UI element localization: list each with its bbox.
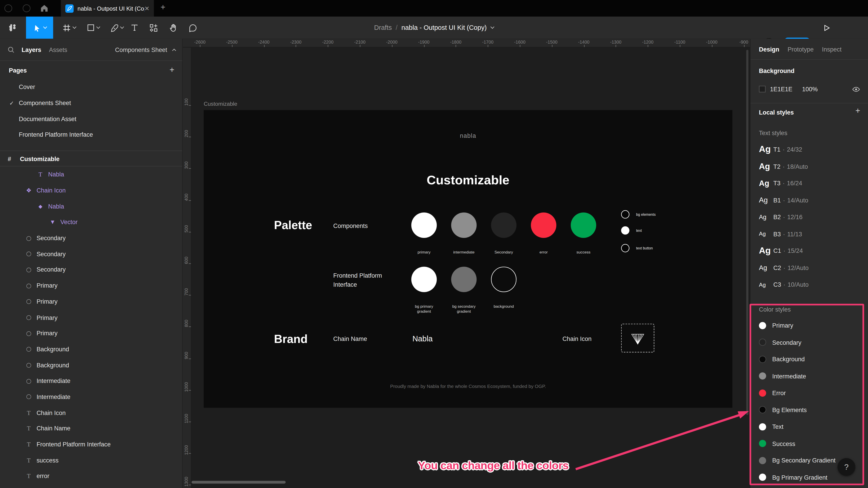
move-tool-button[interactable] [26, 17, 53, 39]
frame-label[interactable]: Customizable [204, 101, 237, 107]
layer-row[interactable]: ○Primary [0, 278, 182, 293]
color-style-row[interactable]: Secondary [751, 334, 868, 351]
palette-circle[interactable] [451, 267, 477, 292]
layer-row[interactable]: ❖Chain Icon [0, 182, 182, 198]
tab-layers[interactable]: Layers [22, 46, 41, 53]
text-tool-button[interactable] [126, 17, 143, 39]
color-style-row[interactable]: Bg Elements [751, 401, 868, 418]
color-style-row[interactable]: Success [751, 435, 868, 452]
tab-prototype[interactable]: Prototype [787, 46, 813, 52]
text-style-row[interactable]: AgT2·18/Auto [751, 158, 868, 175]
chevron-down-icon[interactable] [491, 25, 494, 29]
chevron-down-icon[interactable] [43, 25, 47, 29]
frame-section-row[interactable]: # Customizable [0, 151, 182, 166]
home-icon[interactable] [40, 4, 49, 13]
components-label[interactable]: Components [333, 222, 368, 229]
layer-row[interactable]: ○Intermediate [0, 373, 182, 389]
customizable-frame[interactable]: nabla Customizable Palette Components pr… [204, 110, 733, 408]
palette-swatch-item[interactable]: primary [411, 213, 437, 255]
layer-row[interactable]: Tsuccess [0, 452, 182, 468]
file-tab[interactable]: nabla - Outpost UI Kit (Copy) ✕ [61, 0, 154, 17]
palette-mini-circle[interactable] [621, 244, 629, 252]
palette-circle[interactable] [571, 213, 596, 238]
palette-mini-circle[interactable] [621, 226, 629, 235]
layer-row[interactable]: ▼Vector [0, 214, 182, 230]
palette-mini-item[interactable]: text button [621, 244, 653, 252]
close-icon[interactable]: ✕ [145, 5, 150, 12]
frame-title[interactable]: Customizable [204, 173, 733, 188]
color-style-row[interactable]: Primary [751, 317, 868, 334]
text-style-row[interactable]: AgB2·12/16 [751, 208, 868, 225]
text-style-row[interactable]: AgC1·15/24 [751, 242, 868, 259]
background-color-swatch[interactable] [759, 86, 766, 92]
palette-mini-item[interactable]: bg elements [621, 210, 656, 219]
frame-footer-text[interactable]: Proudly made by Nabla for the whole Cosm… [204, 383, 733, 389]
layer-row[interactable]: ○Background [0, 357, 182, 373]
nabla-logo[interactable]: nabla [204, 132, 733, 139]
new-tab-icon[interactable]: + [160, 2, 165, 12]
text-style-row[interactable]: AgT3·16/24 [751, 175, 868, 192]
figma-menu-icon[interactable] [5, 17, 20, 39]
color-style-row[interactable]: Error [751, 385, 868, 401]
shape-tool-button[interactable] [81, 17, 105, 39]
page-item[interactable]: ✓Components Sheet [0, 95, 182, 111]
page-item[interactable]: Frontend Platform Interface [0, 127, 182, 142]
layer-row[interactable]: ○Primary [0, 309, 182, 325]
chain-icon-label[interactable]: Chain Icon [562, 335, 592, 342]
palette-swatch-item[interactable]: Secondary [491, 213, 517, 255]
chain-name-value[interactable]: Nabla [412, 334, 433, 343]
tab-design[interactable]: Design [759, 46, 779, 52]
frame-tool-button[interactable] [58, 17, 81, 39]
text-style-row[interactable]: AgC3·10/Auto [751, 276, 868, 293]
palette-swatch-item[interactable]: intermediate [451, 213, 477, 255]
chevron-down-icon[interactable] [120, 25, 124, 29]
chevron-down-icon[interactable] [96, 25, 100, 29]
fpi-label[interactable]: Frontend Platform Interface [333, 271, 394, 289]
layer-row[interactable]: TChain Icon [0, 404, 182, 420]
palette-circle[interactable] [451, 213, 477, 238]
palette-swatch-item[interactable]: background [491, 267, 517, 314]
breadcrumb-drafts[interactable]: Drafts [374, 24, 392, 31]
page-item[interactable]: Documentation Asset [0, 111, 182, 127]
background-color-row[interactable]: 1E1E1E 100% [759, 82, 860, 96]
layer-row[interactable]: ○Primary [0, 293, 182, 309]
palette-circle[interactable] [531, 213, 557, 238]
chain-icon-dropzone[interactable] [621, 324, 654, 352]
help-button[interactable]: ? [837, 458, 855, 476]
present-button[interactable] [819, 17, 834, 39]
layer-row[interactable]: ○Secondary [0, 246, 182, 262]
layer-row[interactable]: ○Background [0, 341, 182, 357]
layer-row[interactable]: ○Secondary [0, 230, 182, 246]
background-hex-value[interactable]: 1E1E1E [770, 86, 802, 92]
color-style-row[interactable]: Text [751, 418, 868, 435]
palette-swatch-item[interactable]: bg secondary gradient [451, 267, 477, 314]
palette-swatch-item[interactable]: bg primary gradient [411, 267, 437, 314]
vertical-scrollbar[interactable] [746, 50, 748, 415]
color-style-row[interactable]: Intermediate [751, 367, 868, 385]
palette-mini-item[interactable]: text [621, 226, 642, 235]
comment-tool-button[interactable] [183, 17, 202, 39]
layer-row[interactable]: ○Secondary [0, 262, 182, 278]
layer-row[interactable]: ○Intermediate [0, 389, 182, 404]
visibility-eye-icon[interactable] [852, 85, 860, 93]
palette-circle[interactable] [411, 267, 437, 292]
hand-tool-button[interactable] [164, 17, 183, 39]
page-selector[interactable]: Components Sheet [115, 39, 176, 61]
canvas[interactable]: -2600-2500-2400-2300-2200-2100-2000-1900… [183, 39, 750, 488]
tab-inspect[interactable]: Inspect [822, 46, 842, 52]
palette-circle[interactable] [411, 213, 437, 238]
palette-circle[interactable] [491, 267, 517, 292]
text-style-row[interactable]: AgC2·12/Auto [751, 259, 868, 276]
palette-mini-circle[interactable] [621, 210, 629, 219]
window-control-icon[interactable] [23, 4, 30, 12]
layer-row[interactable]: TNabla [0, 166, 182, 182]
search-icon[interactable] [7, 46, 15, 53]
horizontal-scrollbar[interactable] [191, 481, 285, 484]
brand-heading[interactable]: Brand [274, 332, 308, 346]
background-opacity-value[interactable]: 100% [802, 86, 818, 92]
palette-swatch-item[interactable]: success [571, 213, 596, 255]
text-style-row[interactable]: AgB3·11/13 [751, 225, 868, 242]
palette-swatch-item[interactable]: error [531, 213, 557, 255]
chevron-down-icon[interactable] [72, 25, 76, 29]
layer-row[interactable]: ◆Nabla [0, 198, 182, 214]
